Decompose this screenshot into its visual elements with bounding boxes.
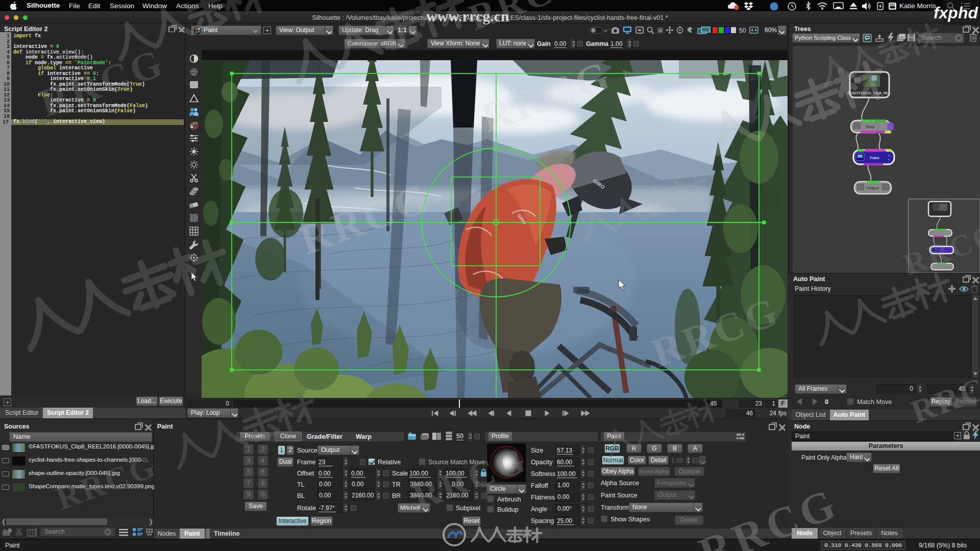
svg-text:Roto: Roto: [866, 124, 875, 129]
svg-text:Output: Output: [867, 186, 879, 190]
svg-text:●: ●: [888, 158, 889, 161]
svg-text:●: ●: [888, 154, 889, 157]
svg-text:©FASTFOKUS_Clip8_RE...: ©FASTFOKUS_Clip8_RE...: [847, 91, 891, 95]
svg-text:Paint: Paint: [870, 156, 879, 160]
